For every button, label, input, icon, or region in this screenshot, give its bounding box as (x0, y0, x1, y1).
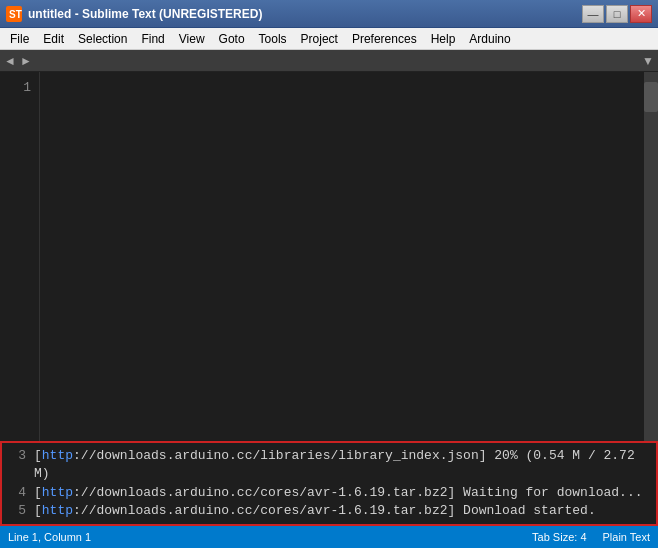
app-icon: ST (6, 6, 22, 22)
url-rest-5: ://downloads.arduino.cc/cores/avr-1.6.19… (73, 503, 596, 518)
status-file-type[interactable]: Plain Text (603, 531, 651, 543)
output-line-content-4: [http://downloads.arduino.cc/cores/avr-1… (34, 484, 654, 502)
menu-item-find[interactable]: Find (135, 30, 170, 48)
line-numbers-main: 1 (0, 72, 40, 441)
output-line-5: 5 [http://downloads.arduino.cc/cores/avr… (2, 502, 656, 520)
menu-item-view[interactable]: View (173, 30, 211, 48)
output-lines: 3 [http://downloads.arduino.cc/libraries… (2, 443, 656, 524)
minimize-button[interactable]: — (582, 5, 604, 23)
window-controls: — □ ✕ (582, 5, 652, 23)
menu-item-help[interactable]: Help (425, 30, 462, 48)
output-line-num-4: 4 (4, 484, 34, 502)
editor-content[interactable] (40, 72, 644, 441)
http-keyword-3: http (42, 448, 73, 463)
status-left: Line 1, Column 1 (8, 531, 91, 543)
line-number-1: 1 (8, 80, 31, 95)
maximize-button[interactable]: □ (606, 5, 628, 23)
toolbar-dropdown-arrow[interactable]: ▼ (642, 54, 654, 68)
http-keyword-4: http (42, 485, 73, 500)
http-keyword-5: http (42, 503, 73, 518)
output-line-content-5: [http://downloads.arduino.cc/cores/avr-1… (34, 502, 654, 520)
editor-container: 1 3 [http://downloads.arduino.cc/librari… (0, 72, 658, 526)
menu-item-file[interactable]: File (4, 30, 35, 48)
toolbar-left-arrow[interactable]: ◄ (4, 54, 16, 68)
svg-text:ST: ST (9, 9, 22, 20)
toolbar-right-arrow-2[interactable]: ► (20, 54, 32, 68)
status-bar: Line 1, Column 1 Tab Size: 4 Plain Text (0, 526, 658, 548)
status-right: Tab Size: 4 Plain Text (532, 531, 650, 543)
editor-main[interactable]: 1 (0, 72, 658, 441)
vertical-scrollbar[interactable] (644, 72, 658, 441)
output-line-num-3: 3 (4, 447, 34, 465)
url-rest-4: ://downloads.arduino.cc/cores/avr-1.6.19… (73, 485, 643, 500)
output-line-num-5: 5 (4, 502, 34, 520)
url-rest-3: ://downloads.arduino.cc/libraries/librar… (34, 448, 635, 481)
menu-bar: FileEditSelectionFindViewGotoToolsProjec… (0, 28, 658, 50)
output-panel: 3 [http://downloads.arduino.cc/libraries… (0, 441, 658, 526)
menu-item-project[interactable]: Project (295, 30, 344, 48)
scrollbar-thumb[interactable] (644, 82, 658, 112)
menu-item-arduino[interactable]: Arduino (463, 30, 516, 48)
close-button[interactable]: ✕ (630, 5, 652, 23)
window-title: untitled - Sublime Text (UNREGISTERED) (28, 7, 582, 21)
menu-item-goto[interactable]: Goto (213, 30, 251, 48)
menu-item-selection[interactable]: Selection (72, 30, 133, 48)
status-position[interactable]: Line 1, Column 1 (8, 531, 91, 543)
output-line-content-3: [http://downloads.arduino.cc/libraries/l… (34, 447, 654, 483)
menu-item-edit[interactable]: Edit (37, 30, 70, 48)
status-tab-size[interactable]: Tab Size: 4 (532, 531, 586, 543)
menu-item-preferences[interactable]: Preferences (346, 30, 423, 48)
menu-item-tools[interactable]: Tools (253, 30, 293, 48)
output-line-3: 3 [http://downloads.arduino.cc/libraries… (2, 447, 656, 483)
output-line-4: 4 [http://downloads.arduino.cc/cores/avr… (2, 484, 656, 502)
toolbar: ◄ ► ▼ (0, 50, 658, 72)
title-bar: ST untitled - Sublime Text (UNREGISTERED… (0, 0, 658, 28)
